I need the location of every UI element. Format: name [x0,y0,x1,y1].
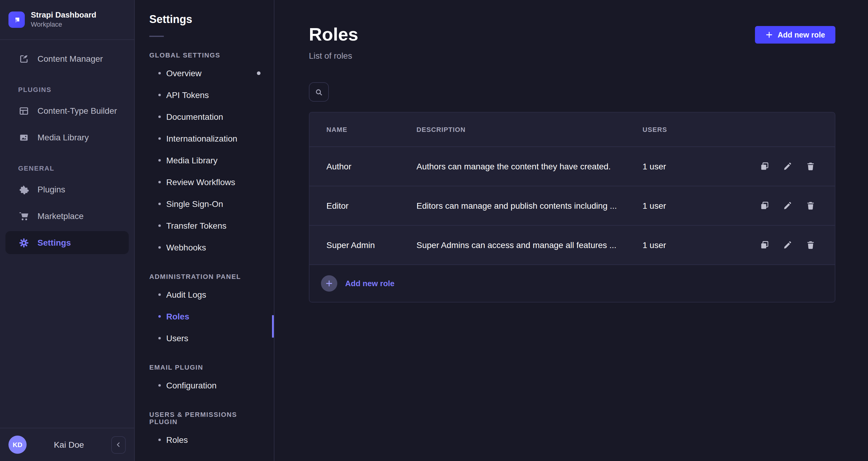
column-header-users: USERS [643,126,755,133]
subnav-item-media-library[interactable]: Media Library [135,149,274,171]
brand-block[interactable]: Strapi Dashboard Workplace [0,0,134,40]
bullet-icon [158,203,161,205]
subnav-item-configuration[interactable]: Configuration [135,374,274,396]
subnav-item-label: Media Library [166,155,218,165]
delete-role-button[interactable] [805,201,815,211]
subnav-section-global-settings: GLOBAL SETTINGS [149,51,259,59]
subnav-section-users-permissions-plugin: USERS & PERMISSIONS PLUGIN [149,411,259,425]
page-header: Roles List of roles Add new role [309,24,835,60]
trash-icon [805,240,815,250]
sidebar-item-plugins[interactable]: Plugins [5,178,129,201]
subnav-item-webhooks[interactable]: Webhooks [135,236,274,258]
user-name: Kai Doe [27,440,111,450]
plugins-icon [18,184,29,195]
bullet-icon [158,293,161,296]
search-button[interactable] [309,82,329,102]
subnav-item-label: Webhooks [166,242,206,252]
marketplace-icon [18,210,29,222]
trash-icon [805,201,815,210]
settings-gear-icon [18,237,29,248]
subnav-item-up-roles[interactable]: Roles [135,429,274,451]
chevron-left-icon [114,440,123,449]
table-row-author[interactable]: Author Authors can manage the content th… [309,146,835,186]
sidebar-item-content-manager[interactable]: Content Manager [5,47,129,70]
media-library-icon [18,132,29,143]
role-description: Authors can manage the content they have… [416,162,643,171]
table-footer-add-role[interactable]: Add new role [309,264,835,302]
strapi-dashboard-app: Strapi Dashboard Workplace Content Manag… [0,0,868,461]
bullet-icon [158,225,161,227]
table-row-editor[interactable]: Editor Editors can manage and publish co… [309,186,835,225]
sidebar-item-settings[interactable]: Settings [5,231,129,254]
role-name: Author [327,162,416,171]
edit-pencil-icon [782,201,792,210]
settings-subnav: Settings GLOBAL SETTINGS Overview API To… [135,0,274,461]
user-avatar[interactable]: KD [8,436,27,454]
column-header-description: DESCRIPTION [416,126,643,133]
duplicate-icon [760,162,769,171]
content-type-builder-icon [18,105,29,116]
plus-circle-icon [321,275,337,292]
bullet-icon [158,137,161,140]
strapi-logo-icon [8,11,25,28]
subnav-section-email-plugin: EMAIL PLUGIN [149,364,259,371]
duplicate-role-button[interactable] [759,240,770,250]
content-manager-icon [18,53,29,64]
brand-title: Strapi Dashboard [31,10,96,20]
subnav-item-label: Transfer Tokens [166,221,226,231]
edit-role-button[interactable] [782,161,793,172]
edit-role-button[interactable] [782,240,793,250]
active-item-indicator [272,315,274,338]
duplicate-role-button[interactable] [759,201,770,211]
page-title: Roles [309,24,358,45]
subnav-item-documentation[interactable]: Documentation [135,106,274,128]
subnav-item-transfer-tokens[interactable]: Transfer Tokens [135,215,274,236]
delete-role-button[interactable] [805,240,815,250]
sidebar-item-media-library[interactable]: Media Library [5,126,129,149]
subnav-item-label: Internationalization [166,134,237,143]
subnav-item-label: API Tokens [166,90,209,100]
role-users: 1 user [643,201,755,210]
subnav-item-api-tokens[interactable]: API Tokens [135,84,274,106]
subnav-item-overview[interactable]: Overview [135,62,274,84]
subnav-item-label: Single Sign-On [166,199,223,209]
sidebar-item-content-type-builder[interactable]: Content-Type Builder [5,99,129,122]
collapse-sidebar-button[interactable] [111,436,126,454]
bullet-icon [158,116,161,118]
subnav-item-single-sign-on[interactable]: Single Sign-On [135,193,274,215]
brand-text: Strapi Dashboard Workplace [31,10,96,29]
main-content: Roles List of roles Add new role [274,0,868,461]
bullet-icon [158,246,161,249]
add-new-role-button[interactable]: Add new role [755,26,835,44]
bullet-icon [158,159,161,162]
role-users: 1 user [643,240,755,250]
table-header-row: NAME DESCRIPTION USERS [309,113,835,146]
sidebar-user-footer: KD Kai Doe [0,428,134,461]
subnav-item-label: Roles [166,312,189,321]
subnav-item-users[interactable]: Users [135,327,274,349]
sidebar-item-label: Settings [37,238,71,248]
subnav-item-roles[interactable]: Roles [135,306,274,327]
column-header-name: NAME [327,126,416,133]
sidebar-section-general: GENERAL [18,165,134,172]
delete-role-button[interactable] [805,161,815,172]
subnav-item-internationalization[interactable]: Internationalization [135,128,274,149]
table-row-super-admin[interactable]: Super Admin Super Admins can access and … [309,225,835,264]
edit-role-button[interactable] [782,201,793,211]
row-actions [755,161,835,172]
row-actions [755,201,835,211]
duplicate-role-button[interactable] [759,161,770,172]
sidebar-item-label: Content-Type Builder [37,106,117,116]
subnav-item-audit-logs[interactable]: Audit Logs [135,284,274,306]
subnav-title: Settings [149,13,274,26]
sidebar-item-marketplace[interactable]: Marketplace [5,204,129,228]
subnav-item-label: Documentation [166,112,223,122]
subnav-item-review-workflows[interactable]: Review Workflows [135,171,274,193]
duplicate-icon [760,240,769,250]
role-name: Editor [327,201,416,210]
role-users: 1 user [643,162,755,171]
edit-pencil-icon [782,240,792,250]
subnav-item-label: Review Workflows [166,177,235,187]
role-description: Editors can manage and publish contents … [416,201,643,210]
subnav-item-label: Audit Logs [166,290,206,299]
